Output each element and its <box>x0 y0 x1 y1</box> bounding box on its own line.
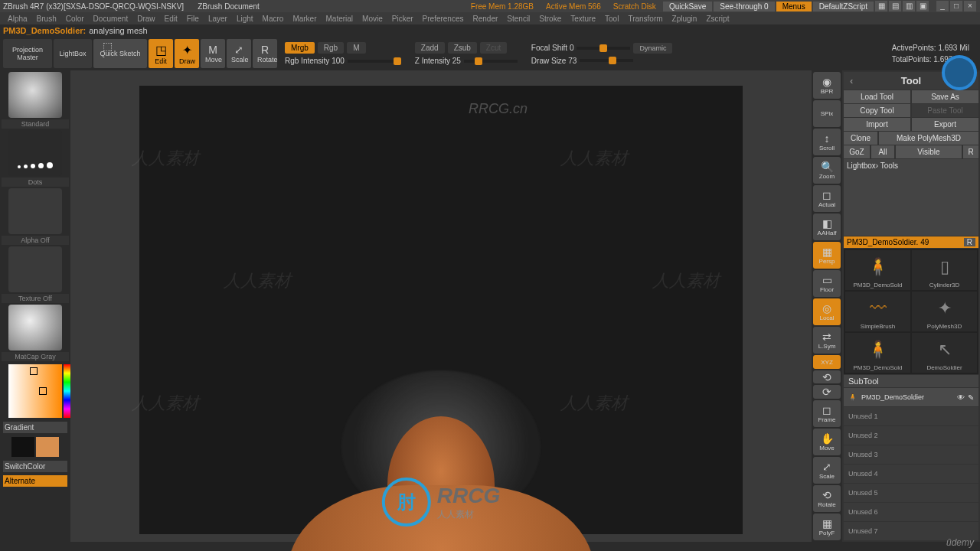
rot1-button[interactable]: ⟲ <box>813 370 841 384</box>
scale-nav-button[interactable]: ⤢Scale <box>813 457 841 484</box>
move-button[interactable]: MMove <box>201 39 225 68</box>
rotate-button[interactable]: RRotate <box>253 39 277 68</box>
make-polymesh-button[interactable]: Make PolyMesh3D <box>879 132 978 145</box>
color-picker-handle-a[interactable] <box>30 367 38 375</box>
brush-sub-icon[interactable]: ✎ <box>968 393 974 402</box>
seethrough-button[interactable]: See-through 0 <box>714 2 774 11</box>
scale-button[interactable]: ⤢Scale <box>227 39 251 68</box>
floor-button[interactable]: ▭Floor <box>813 270 841 297</box>
layout2-icon[interactable]: ▤ <box>889 1 901 11</box>
menu-file[interactable]: File <box>182 15 204 23</box>
load-tool-button[interactable]: Load Tool <box>844 90 910 103</box>
lightbox-tools-button[interactable]: Lightbox› Tools <box>844 159 978 236</box>
menus-button[interactable]: Menus <box>776 2 812 11</box>
goz-button[interactable]: GoZ <box>844 145 870 158</box>
secondary-color[interactable] <box>11 437 34 457</box>
edit-button[interactable]: ◳Edit <box>149 39 173 68</box>
menu-layer[interactable]: Layer <box>204 15 232 23</box>
export-button[interactable]: Export <box>912 118 978 131</box>
zsub-button[interactable]: Zsub <box>448 42 477 54</box>
active-tool-name[interactable]: PM3D_DemoSoldier. 49 <box>847 238 929 246</box>
xyz-button[interactable]: XYZ <box>813 355 841 369</box>
menu-zplugin[interactable]: Zplugin <box>668 15 702 23</box>
menu-alpha[interactable]: Alpha <box>3 15 32 23</box>
menu-light[interactable]: Light <box>232 15 258 23</box>
scroll-button[interactable]: ↕Scroll <box>813 129 841 155</box>
actual-button[interactable]: ◻Actual <box>813 185 841 212</box>
lsym-button[interactable]: ⇄L.Sym <box>813 327 841 354</box>
menu-draw[interactable]: Draw <box>132 15 159 23</box>
menu-render[interactable]: Render <box>469 15 503 23</box>
clone-button[interactable]: Clone <box>844 132 877 145</box>
draw-button[interactable]: ✦Draw <box>175 39 199 68</box>
tool-thumb[interactable]: ✦PolyMesh3D <box>912 292 977 331</box>
menu-movie[interactable]: Movie <box>358 15 387 23</box>
menu-tool[interactable]: Tool <box>600 15 623 23</box>
mrgb-button[interactable]: Mrgb <box>285 42 315 54</box>
tool-thumb[interactable]: ▯Cylinder3D <box>912 250 977 290</box>
m-button[interactable]: M <box>347 42 365 54</box>
tool-thumb[interactable]: ↖DemoSoldier <box>912 333 977 373</box>
subtool-header[interactable]: SubTool <box>844 375 978 387</box>
frame-button[interactable]: ◻Frame <box>813 400 841 427</box>
rgb-button[interactable]: Rgb <box>318 42 344 54</box>
menu-color[interactable]: Color <box>61 15 89 23</box>
tool-thumb[interactable]: 〰SimpleBrush <box>845 292 910 331</box>
local-button[interactable]: ◎Local <box>813 298 841 325</box>
menu-stroke[interactable]: Stroke <box>534 15 566 23</box>
lightbox-button[interactable]: LightBox <box>54 39 92 68</box>
subtool-item[interactable]: Unused 4 <box>844 465 978 483</box>
goz-visible-button[interactable]: Visible <box>896 145 962 158</box>
gradient-button[interactable]: Gradient <box>3 422 67 433</box>
menu-preferences[interactable]: Preferences <box>418 15 469 23</box>
goz-all-button[interactable]: All <box>871 145 894 158</box>
import-button[interactable]: Import <box>844 118 910 131</box>
spix-button[interactable]: SPix <box>813 100 841 127</box>
polyf-button[interactable]: ▦PolyF <box>813 514 841 540</box>
menu-stencil[interactable]: Stencil <box>502 15 534 23</box>
rgb-intensity-slider[interactable] <box>348 60 401 63</box>
chevron-left-icon[interactable]: ‹ <box>850 75 853 86</box>
z-intensity-slider[interactable] <box>464 60 518 63</box>
zadd-button[interactable]: Zadd <box>415 42 445 54</box>
save-as-button[interactable]: Save As <box>912 90 978 103</box>
subtool-item[interactable]: Unused 2 <box>844 426 978 445</box>
stroke-swatch[interactable] <box>8 130 62 176</box>
focal-shift-slider[interactable] <box>577 47 630 50</box>
texture-swatch[interactable] <box>8 246 62 292</box>
alternate-button[interactable]: Alternate <box>3 475 67 487</box>
rotate-nav-button[interactable]: ⟲Rotate <box>813 485 841 512</box>
subtool-item[interactable]: Unused 5 <box>844 484 978 502</box>
layout3-icon[interactable]: ▥ <box>903 1 915 11</box>
aahalf-button[interactable]: ◧AAHalf <box>813 214 841 240</box>
subtool-item[interactable]: Unused 3 <box>844 445 978 464</box>
canvas[interactable] <box>139 86 743 534</box>
material-swatch[interactable] <box>8 305 62 350</box>
tool-thumb[interactable]: 🧍PM3D_DemoSold <box>845 333 910 373</box>
zcut-button[interactable]: Zcut <box>480 42 507 54</box>
close-icon[interactable]: × <box>964 1 976 11</box>
alpha-swatch[interactable] <box>8 188 62 234</box>
subtool-item[interactable]: Unused 1 <box>844 407 978 425</box>
menu-transform[interactable]: Transform <box>623 15 667 23</box>
tool-thumb[interactable]: 🧍PM3D_DemoSold <box>845 250 910 290</box>
subtool-item[interactable]: 🧍 PM3D_DemoSoldier 👁✎ <box>844 388 978 406</box>
menu-macro[interactable]: Macro <box>258 15 289 23</box>
tool-r-button[interactable]: R <box>964 238 975 246</box>
draw-size-slider[interactable] <box>580 59 633 62</box>
menu-zscript[interactable]: Zscript <box>701 15 733 23</box>
menu-material[interactable]: Material <box>322 15 358 23</box>
eye-icon[interactable]: 👁 <box>957 393 965 402</box>
menu-document[interactable]: Document <box>89 15 133 23</box>
defaultzscript-button[interactable]: DefaultZScript <box>813 2 874 11</box>
menu-edit[interactable]: Edit <box>160 15 182 23</box>
copy-tool-button[interactable]: Copy Tool <box>844 104 910 117</box>
maximize-icon[interactable]: □ <box>950 1 962 11</box>
primary-color[interactable] <box>36 437 59 457</box>
menu-marker[interactable]: Marker <box>288 15 321 23</box>
dynamic-button[interactable]: Dynamic <box>633 43 672 54</box>
brush-swatch[interactable] <box>8 72 62 118</box>
bpr-button[interactable]: ◉BPR <box>813 72 841 99</box>
color-picker-handle-b[interactable] <box>39 387 47 395</box>
menu-texture[interactable]: Texture <box>566 15 600 23</box>
